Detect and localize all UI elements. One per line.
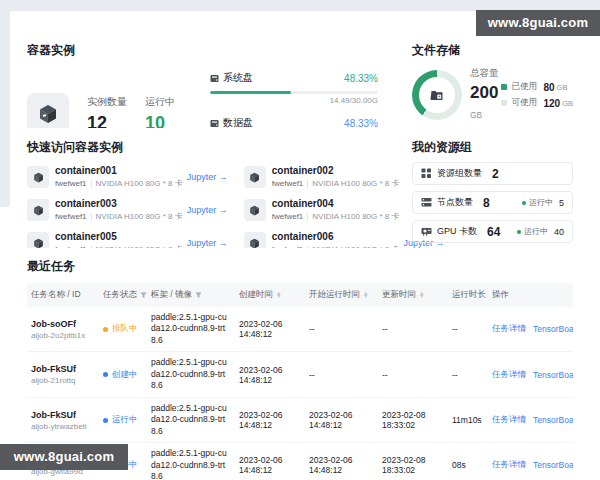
file-storage-card: 文件存储 总容量 200 GB 已使用 80 GB 可使用 120 GB [400, 30, 585, 118]
divider [91, 180, 92, 188]
container-instances-card: 容器实例 实例数量 12 运行中 10 系统盘 48.33% 14.49/3 [15, 30, 390, 118]
gpu-count-value: 64 [487, 225, 500, 239]
task-framework: paddle:2.5.1-gpu-cuda12.0-cudnn8.9-trt8.… [151, 448, 231, 480]
total-capacity-value: 200 [470, 83, 498, 102]
task-updated: -- [382, 370, 388, 380]
quick-item-name: container003 [55, 198, 183, 209]
node-count-row: 节点数量 8 运行中 5 [412, 191, 573, 214]
tensorboard-link[interactable]: TensorBoard [533, 460, 573, 470]
node-running-value: 5 [559, 198, 564, 208]
task-detail-link[interactable]: 任务详情 [492, 459, 526, 471]
task-row: Job-FkSUf aijob-21rottq 创建中 paddle:2.5.1… [27, 352, 573, 397]
quick-item-name: container001 [55, 165, 183, 176]
legend-free-label: 可使用 [511, 97, 541, 109]
task-framework: paddle:2.5.1-gpu-cuda12.0-cudnn8.9-trt8.… [151, 312, 231, 346]
sort-icon[interactable]: ▲▼ [276, 292, 281, 299]
gpu-count-row: GPU 卡数 64 运行中 40 [412, 220, 573, 243]
jupyter-link[interactable]: Jupyter → [183, 205, 228, 215]
task-duration: -- [452, 324, 458, 334]
system-disk-percent: 48.33% [344, 73, 378, 84]
container-icon [27, 199, 49, 221]
status-dot [103, 418, 108, 423]
data-disk-percent: 48.33% [344, 118, 378, 129]
task-duration: -- [452, 370, 458, 380]
container-icon [244, 199, 266, 221]
divider [307, 180, 308, 188]
legend-free-unit: GB [562, 99, 573, 108]
quick-access-card: 快速访问容器实例 container001 fwefwef1NVIDIA H10… [15, 128, 390, 237]
storage-donut-chart [412, 70, 462, 120]
watermark-top: www.8guai.com [476, 10, 600, 36]
tensorboard-link[interactable]: TensorBoard [533, 370, 573, 380]
quick-access-grid: container001 fwefwef1NVIDIA H100 80G * 8… [27, 165, 378, 255]
sort-icon[interactable]: ▲▼ [419, 292, 424, 299]
status-badge: 排队中 [112, 323, 138, 335]
task-name: Job-FkSUf [31, 364, 95, 374]
folder-icon [412, 70, 462, 120]
system-disk-progress-fill [210, 91, 291, 94]
task-name: Job-soOFf [31, 319, 95, 329]
quick-item-user: fwefwef1 [272, 212, 304, 221]
col-framework: 框架 / 镜像 [151, 289, 192, 301]
quick-item-name: container004 [272, 198, 400, 209]
total-capacity-unit: GB [470, 110, 482, 120]
task-detail-link[interactable]: 任务详情 [492, 414, 526, 426]
quick-item-spec: NVIDIA H100 80G * 8 卡 [96, 211, 183, 222]
quick-item-container003: container003 fwefwef1NVIDIA H100 80G * 8… [27, 198, 228, 222]
quick-item-user: fwefwef1 [55, 179, 87, 188]
task-row: Job-FkSUf aijob-ytrwazbeti 运行中 paddle:2.… [27, 397, 573, 442]
legend-free-swatch [501, 100, 507, 106]
legend-free: 可使用 120 GB [501, 97, 573, 109]
status-badge: 创建中 [112, 369, 138, 381]
tensorboard-link[interactable]: TensorBoard [533, 324, 573, 334]
quick-item-name: container005 [55, 231, 183, 242]
legend-used-label: 已使用 [511, 81, 541, 93]
system-disk-label: 系统盘 [223, 71, 253, 85]
col-actions: 操作 [492, 289, 509, 301]
task-started: -- [309, 370, 315, 380]
task-created: 2023-02-06 14:48:12 [239, 319, 282, 339]
resource-group-count-label: 资源组数量 [437, 167, 482, 180]
sort-icon[interactable]: ▲▼ [363, 292, 368, 299]
system-disk-icon [210, 69, 219, 87]
node-icon [421, 194, 432, 212]
task-detail-link[interactable]: 任务详情 [492, 369, 526, 381]
task-started: 2023-02-06 14:48:12 [309, 410, 352, 430]
resource-groups-card: 我的资源组 资源组数量 2 节点数量 8 运行中 5 GPU 卡数 64 运行中… [400, 128, 585, 237]
gpu-running-value: 40 [554, 227, 564, 237]
total-capacity: 总容量 200 GB [470, 67, 501, 123]
recent-tasks-card: 最近任务 任务名称 / ID 任务状态 框架 / 镜像 创建时间▲▼ 开始运行时… [15, 248, 585, 448]
quick-item-user: fwefwef1 [55, 212, 87, 221]
tensorboard-link[interactable]: TensorBoard [533, 415, 573, 425]
gpu-icon [421, 223, 432, 241]
jupyter-link[interactable]: Jupyter → [183, 172, 228, 182]
resource-group-icon [421, 165, 432, 183]
quick-item-name: container006 [272, 231, 400, 242]
container-icon [27, 166, 49, 188]
filter-icon[interactable] [195, 292, 202, 299]
system-disk-progressbar [210, 91, 378, 94]
gpu-running-label: 运行中 [524, 226, 548, 237]
task-created: 2023-02-06 14:48:12 [239, 455, 282, 475]
resource-group-count-value: 2 [492, 167, 499, 181]
quick-access-title: 快速访问容器实例 [27, 139, 378, 156]
legend-used-swatch [501, 84, 507, 90]
quick-item-spec: NVIDIA H100 80G * 8 卡 [96, 178, 183, 189]
col-duration: 运行时长 [452, 289, 486, 301]
status-dot [103, 327, 108, 332]
task-id: aijob-ytrwazbeti [31, 422, 95, 431]
node-count-label: 节点数量 [437, 196, 473, 209]
task-duration: 11m10s [452, 415, 482, 425]
col-started: 开始运行时间 [309, 289, 360, 301]
resource-group-count-row: 资源组数量 2 [412, 162, 573, 185]
tasks-header-row: 任务名称 / ID 任务状态 框架 / 镜像 创建时间▲▼ 开始运行时间▲▼ 更… [27, 283, 573, 307]
task-started: 2023-02-06 14:48:12 [309, 455, 352, 475]
task-detail-link[interactable]: 任务详情 [492, 323, 526, 335]
resource-groups-title: 我的资源组 [412, 139, 573, 156]
column-divider [0, 0, 10, 207]
filter-icon[interactable] [140, 292, 147, 299]
jupyter-link[interactable]: Jupyter → [183, 238, 228, 248]
legend-used-unit: GB [557, 83, 568, 92]
total-capacity-label: 总容量 [470, 67, 501, 80]
col-created: 创建时间 [239, 289, 273, 301]
